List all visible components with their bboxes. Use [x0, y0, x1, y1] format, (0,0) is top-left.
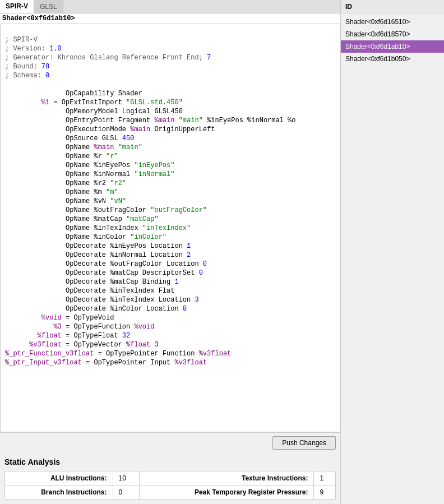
main-container: SPIR-V GLSL Shader<0xf6d1ab10> ; SPIR-V …: [0, 0, 444, 504]
tab-spirv[interactable]: SPIR-V: [0, 0, 34, 13]
peak-label: Peak Temporary Register Pressure:: [140, 485, 314, 500]
table-row: Branch Instructions: 0 Peak Temporary Re…: [5, 485, 336, 500]
code-content: ; SPIR-V ; Version: 1.0 ; Generator: Khr…: [1, 26, 340, 376]
alu-label: ALU Instructions:: [5, 471, 113, 485]
texture-value: 1: [314, 471, 336, 485]
code-scroll[interactable]: ; SPIR-V ; Version: 1.0 ; Generator: Khr…: [1, 24, 340, 432]
shader-title: Shader<0xf6d1ab10>: [0, 13, 340, 24]
shader-item-selected[interactable]: Shader<0xf6d1ab10>: [341, 40, 444, 53]
tab-bar: SPIR-V GLSL: [0, 0, 340, 13]
table-row: ALU Instructions: 10 Texture Instruction…: [5, 471, 336, 485]
push-changes-button[interactable]: Push Changes: [272, 436, 336, 450]
alu-value: 10: [113, 471, 140, 485]
branch-value: 0: [113, 485, 140, 500]
peak-value: 9: [314, 485, 336, 500]
code-container: ; SPIR-V ; Version: 1.0 ; Generator: Khr…: [0, 24, 340, 432]
stats-table: ALU Instructions: 10 Texture Instruction…: [4, 471, 336, 500]
right-panel: ID Shader<0xf6d16510> Shader<0xf6d18570>…: [340, 0, 444, 504]
right-panel-header: ID: [341, 0, 444, 13]
shader-item[interactable]: Shader<0xf6d16510>: [341, 16, 444, 28]
left-panel: SPIR-V GLSL Shader<0xf6d1ab10> ; SPIR-V …: [0, 0, 340, 504]
static-analysis-title: Static Analysis: [4, 457, 336, 466]
shader-list: Shader<0xf6d16510> Shader<0xf6d18570> Sh…: [341, 13, 444, 67]
shader-item[interactable]: Shader<0xf6d1b050>: [341, 53, 444, 65]
shader-item[interactable]: Shader<0xf6d18570>: [341, 28, 444, 40]
static-analysis-section: Static Analysis ALU Instructions: 10 Tex…: [0, 453, 340, 504]
texture-label: Texture Instructions:: [140, 471, 314, 485]
tab-glsl[interactable]: GLSL: [34, 0, 63, 13]
branch-label: Branch Instructions:: [5, 485, 113, 500]
action-bar: Push Changes: [0, 432, 340, 453]
